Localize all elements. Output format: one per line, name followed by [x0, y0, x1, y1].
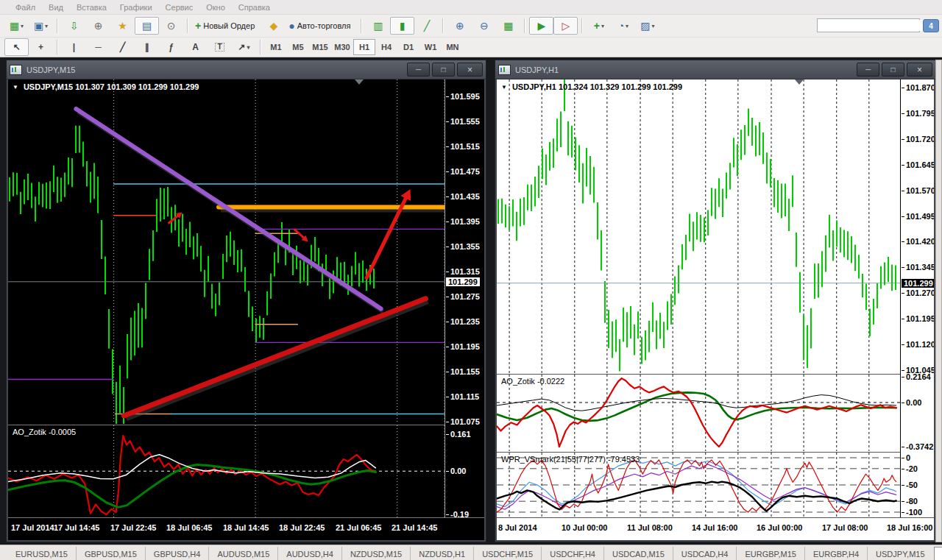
chart-tab-gbpusd-m15[interactable]: GBPUSD,M15	[76, 547, 145, 560]
timeframe-button-w1[interactable]: W1	[419, 39, 442, 55]
new-chart-button[interactable]: ▦▾	[4, 17, 29, 35]
horizontal-line-button[interactable]: ─	[86, 38, 110, 56]
price-tick: 101.720	[906, 135, 934, 143]
equidistant-channel-button[interactable]: ∥	[135, 38, 159, 56]
minimize-button[interactable]: ─	[407, 63, 430, 77]
ao-zotik-pane-h1[interactable]: AO_Zotik -0.0222	[497, 375, 902, 451]
vertical-line-button[interactable]: |	[62, 38, 86, 56]
chart-tab-nzdusd-m15[interactable]: NZDUSD,M15	[341, 547, 410, 560]
templates-button[interactable]: ▨▾	[635, 17, 659, 35]
indicators-button[interactable]: +▾	[587, 17, 611, 35]
menu-item-insert[interactable]: Вставка	[70, 3, 113, 12]
time-label: 16 Jul 00:00	[757, 523, 802, 532]
periods-button[interactable]: ◔▾	[611, 17, 635, 35]
chart-tab-eurusd-m15[interactable]: EURUSD,M15	[7, 547, 76, 560]
chevron-down-icon: ▾	[626, 23, 628, 29]
close-button[interactable]: ×	[907, 63, 932, 77]
market-watch-button[interactable]: ⇩	[62, 17, 86, 35]
candlestick-button[interactable]: ▮	[390, 17, 414, 35]
fibonacci-button[interactable]: ƒ	[159, 38, 183, 56]
navigator-button[interactable]: ★	[110, 17, 135, 35]
trendline-button[interactable]: ╱	[110, 38, 135, 56]
scroll-to-end-marker[interactable]	[795, 79, 804, 85]
price-pane-h1[interactable]	[497, 79, 902, 373]
maximize-button[interactable]: □	[432, 63, 455, 77]
menu-item-help[interactable]: Справка	[232, 3, 277, 12]
metaeditor-button[interactable]: ◆	[261, 17, 286, 35]
chart-tab-usdchf-h4[interactable]: USDCHF,H4	[541, 547, 603, 560]
chart-tab-usdcad-m15[interactable]: USDCAD,M15	[603, 547, 673, 560]
timeframe-button-m5[interactable]: M5	[287, 39, 309, 55]
price-pane-m15[interactable]	[8, 79, 447, 424]
time-axis[interactable]: 17 Jul 201417 Jul 14:4517 Jul 22:4518 Ju…	[8, 517, 484, 540]
notifications-badge[interactable]: 4	[923, 19, 939, 32]
chart-tab-audusd-m15[interactable]: AUDUSD,M15	[208, 547, 277, 560]
timeframe-button-d1[interactable]: D1	[397, 39, 419, 55]
close-button[interactable]: ×	[457, 63, 483, 77]
profiles-button[interactable]: ▣▾	[29, 17, 53, 35]
terminal-button[interactable]: ▤	[135, 17, 159, 35]
window-titlebar[interactable]: USDJPY,M15 ─ □ ×	[7, 60, 486, 79]
window-titlebar[interactable]: USDJPY,H1 ─ □ ×	[495, 60, 935, 79]
zoom-in-button[interactable]: ⊕	[447, 17, 472, 35]
maximize-button[interactable]: □	[882, 63, 904, 77]
text-label-button[interactable]: T	[208, 38, 232, 56]
new-order-button[interactable]: +Новый Ордер	[192, 17, 261, 35]
timeframe-button-h1[interactable]: H1	[353, 39, 375, 55]
search-input[interactable]	[818, 20, 928, 31]
price-tick: 101.155	[450, 367, 480, 376]
auto-scroll-button[interactable]: ▶	[529, 17, 553, 35]
tile-windows-button[interactable]: ▦	[496, 17, 520, 35]
menu-item-view[interactable]: Вид	[42, 3, 70, 12]
chart-shift-button[interactable]: ▷	[553, 17, 578, 35]
minimize-button[interactable]: ─	[857, 63, 879, 77]
data-window-button[interactable]: ⊕	[86, 17, 110, 35]
bar-chart-button[interactable]: ▥	[366, 17, 390, 35]
symbol-dropdown-icon[interactable]: ▼	[13, 84, 18, 91]
auto-trading-button[interactable]: ●Авто-торговля	[286, 17, 357, 35]
symbol-dropdown-icon[interactable]: ▼	[501, 84, 507, 91]
chart-tab-usdjpy-h1[interactable]: USDJPY,H1	[934, 547, 942, 560]
chart-tab-nzdusd-h1[interactable]: NZDUSD,H1	[410, 547, 473, 560]
price-axis[interactable]: 101.595101.555101.515101.475101.435101.3…	[445, 79, 484, 518]
zoom-out-button[interactable]: ⊖	[472, 17, 496, 35]
time-label: 10 Jul 00:00	[562, 523, 607, 532]
timeframe-button-h4[interactable]: H4	[375, 39, 397, 55]
mdi-vertical-scrollbar[interactable]	[935, 60, 942, 542]
chart-tab-usdchf-m15[interactable]: USDCHF,M15	[473, 547, 541, 560]
ohlc-info-text: USDJPY,H1 101.324 101.329 101.299 101.29…	[512, 82, 682, 91]
chart-tab-audusd-h4[interactable]: AUDUSD,H4	[277, 547, 341, 560]
menu-item-file[interactable]: Файл	[9, 3, 42, 12]
timeframe-button-m1[interactable]: M1	[265, 39, 287, 55]
wpr-vsmark-pane-h1[interactable]: WPR_VSmark(21|55|77|277) -79.4533	[497, 453, 902, 517]
arrow-tools-icon: ↗	[238, 43, 245, 52]
scroll-to-end-marker[interactable]	[355, 79, 364, 85]
time-label: 18 Jul 14:45	[223, 523, 269, 532]
timeframe-button-m30[interactable]: M30	[331, 39, 353, 55]
menu-item-tools[interactable]: Сервис	[159, 3, 200, 12]
timeframe-button-m15[interactable]: M15	[309, 39, 331, 55]
time-label: 17 Jul 2014	[11, 523, 54, 532]
chart-tab-usdcad-h4[interactable]: USDCAD,H4	[673, 547, 737, 560]
chevron-down-icon: ▾	[247, 44, 250, 51]
time-axis[interactable]: 8 Jul 201410 Jul 00:0011 Jul 08:0014 Jul…	[497, 517, 934, 540]
line-chart-button[interactable]: ╱	[414, 17, 439, 35]
price-tick: 101.435	[450, 192, 480, 201]
auto-trading-label: Авто-торговля	[297, 21, 351, 30]
menu-item-window[interactable]: Окно	[199, 3, 232, 12]
text-button[interactable]: A	[183, 38, 208, 56]
templates-icon: ▨	[640, 21, 650, 31]
crosshair-button[interactable]: +	[29, 38, 53, 56]
price-axis[interactable]: 101.870101.795101.720101.645101.570101.4…	[900, 79, 934, 518]
time-label: 14 Jul 16:00	[692, 523, 737, 532]
strategy-tester-button[interactable]: ⊙	[159, 17, 183, 35]
arrow-tools-button[interactable]: ↗▾	[232, 38, 256, 56]
chart-tab-eurgbp-m15[interactable]: EURGBP,M15	[736, 547, 804, 560]
menu-item-charts[interactable]: Графики	[113, 3, 159, 12]
timeframe-button-mn[interactable]: MN	[442, 39, 464, 55]
cursor-button[interactable]: ↖	[4, 38, 29, 56]
ao-zotik-pane-m15[interactable]: AO_Zotik -0.0005	[8, 425, 447, 518]
chart-tab-eurgbp-h4[interactable]: EURGBP,H4	[804, 547, 867, 560]
chart-tab-gbpusd-h4[interactable]: GBPUSD,H4	[145, 547, 209, 560]
chart-tab-usdjpy-m15[interactable]: USDJPY,M15	[867, 547, 932, 560]
